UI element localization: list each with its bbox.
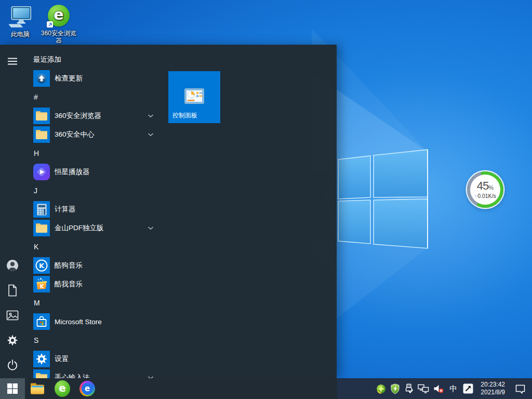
app-label: 恒星播放器 [55,167,90,177]
360-shield-icon [390,383,400,394]
taskbar-apps: ee [25,378,100,399]
shortcut-arrow-badge [47,21,53,28]
pointer-tool-tray-icon[interactable] [460,378,476,399]
desktop-icon-360-browser-desktop[interactable]: e 360安全浏览器 [39,3,78,45]
pictures-icon [6,310,19,321]
app-list-item[interactable]: 手心输入法 [25,368,166,378]
app-label: 设置 [55,354,69,364]
update-icon [33,70,50,87]
360-speed-browser-icon: e [79,381,95,396]
action-center-button[interactable] [510,378,531,399]
start-button[interactable] [0,378,25,399]
app-list-section-header[interactable]: M [25,294,166,312]
tray-date: 2021/8/9 [481,389,505,396]
calculator-icon [33,201,50,218]
section-letter: K [34,243,38,251]
tile-label: 控制面板 [172,111,197,120]
app-list-item[interactable]: Microsoft Store [25,312,166,331]
taskbar-app-360-speed-browser[interactable]: e [75,378,100,399]
player-icon [33,164,50,180]
upload-arrow-icon: ↑ [474,194,477,199]
net-speed-ball[interactable]: 45% ↑0.01K/s [467,171,503,208]
chevron-down-icon[interactable] [148,114,154,118]
app-label: Microsoft Store [55,318,102,326]
net-percent: 45% [477,180,494,192]
app-list-item[interactable]: K 酷我音乐 [25,275,166,294]
folder-icon [33,220,50,236]
rail-button-documents[interactable] [0,278,25,303]
app-label: 手心输入法 [55,373,90,378]
app-list-item[interactable]: K 酷狗音乐 [25,256,166,275]
app-list-item[interactable]: 360安全中心 [25,125,166,144]
app-label: 计算器 [55,205,76,214]
taskbar-app-360-safe-browser[interactable]: e [50,378,75,399]
document-icon [7,284,18,297]
360-safe-browser-icon: e [55,380,70,397]
app-list-item[interactable]: 360安全浏览器 [25,107,166,125]
this-pc-icon [8,4,33,29]
tray-icon-volume-muted[interactable] [431,378,446,399]
kugou-icon: K [33,257,50,274]
control-panel-icon [184,88,204,107]
ime-indicator[interactable]: 中 [446,378,460,399]
start-menu-app-list: 检查更新 # 360安全浏览器 360安全中心 H 恒星播放器 J 计算器 [25,69,166,378]
chevron-down-icon[interactable] [148,132,154,137]
tray-icon-360-antivirus[interactable] [374,378,388,399]
settings-icon [33,351,50,367]
svg-text:K: K [40,284,45,289]
hamburger-icon [7,57,18,65]
taskbar-app-file-explorer[interactable] [25,378,50,399]
app-list-section-header[interactable]: # [25,88,166,107]
app-list-section-header[interactable]: J [25,181,166,200]
file-explorer-icon [30,382,45,395]
start-tile-control-panel[interactable]: 控制面板 [168,71,220,123]
recently-added-label: 最近添加 [33,55,61,64]
power-icon [6,359,19,371]
app-list-section-header[interactable]: S [25,331,166,350]
rail-button-menu[interactable] [0,49,25,74]
app-list-item[interactable]: 设置 [25,350,166,368]
rail-button-user[interactable] [0,253,25,278]
tray-icons [374,378,446,399]
desktop-icon-this-pc[interactable]: 此电脑 [1,4,39,38]
app-list-item[interactable]: 金山PDF独立版 [25,219,166,237]
chevron-down-icon[interactable] [148,226,154,230]
store-icon [33,313,50,330]
gear-icon [6,334,19,347]
app-list-section-header[interactable]: H [25,144,166,163]
tray-icon-360-shield[interactable] [388,378,402,399]
app-list-section-header[interactable]: K [25,237,166,256]
app-label: 360安全中心 [55,130,95,139]
app-list-item[interactable]: 恒星播放器 [25,163,166,181]
rail-button-power[interactable] [0,353,25,378]
system-tray: 中 20:23:42 2021/8/9 [374,378,532,399]
section-letter: # [34,93,38,101]
folder-icon [33,126,50,143]
desktop-icon-label: 360安全浏览器 [39,30,78,45]
tray-icon-usb-device[interactable] [402,378,416,399]
start-menu: 最近添加 检查更新 # 360安全浏览器 360安全中心 H 恒星播放器 J [0,45,337,378]
usb-device-icon [404,383,414,394]
tray-icon-network[interactable] [416,378,431,399]
360-browser-desktop-icon: e [46,3,71,28]
folder-icon [33,108,50,124]
start-menu-tiles: 控制面板 [166,45,337,378]
windows-logo-icon [7,383,18,394]
tray-time: 20:23:42 [481,381,505,389]
app-list-item[interactable]: 计算器 [25,200,166,219]
rail-button-settings[interactable] [0,328,25,353]
svg-text:K: K [39,262,45,270]
net-speed-ball-face: 45% ↑0.01K/s [470,175,500,205]
app-label: 检查更新 [55,74,83,83]
app-label: 金山PDF独立版 [55,223,104,233]
action-center-icon [515,383,526,394]
taskbar-clock[interactable]: 20:23:42 2021/8/9 [476,381,510,396]
start-menu-rail [0,45,25,378]
app-list-item[interactable]: 检查更新 [25,69,166,88]
network-icon [418,384,429,393]
rail-button-pictures[interactable] [0,303,25,328]
section-letter: H [34,149,39,157]
section-letter: S [34,336,38,344]
app-label: 酷狗音乐 [55,261,83,270]
section-letter: J [34,187,37,195]
